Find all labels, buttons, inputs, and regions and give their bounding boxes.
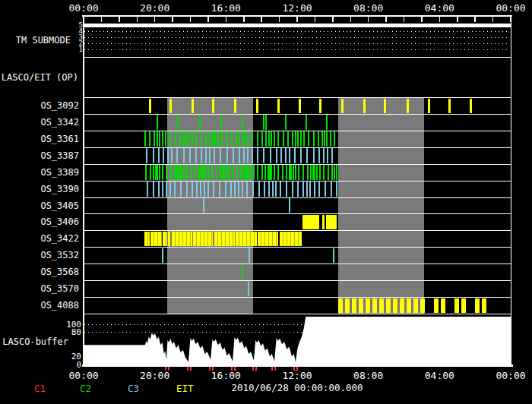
event-block xyxy=(258,232,278,246)
event-tick xyxy=(183,148,185,163)
event-block xyxy=(168,232,171,246)
event-tick xyxy=(261,165,263,179)
event-tick xyxy=(261,131,263,146)
event-tick xyxy=(286,181,287,196)
hour-tick xyxy=(190,15,192,22)
time-label-top: 12:00 xyxy=(274,3,320,13)
event-block xyxy=(150,232,162,246)
event-tick xyxy=(310,165,312,179)
event-stripe xyxy=(386,298,391,313)
event-tick xyxy=(252,148,253,163)
event-tick xyxy=(174,165,176,179)
event-tick xyxy=(240,165,242,179)
time-label-bottom: 00:00 xyxy=(488,371,532,380)
event-tick xyxy=(175,131,176,146)
legend-item-c2: C2 xyxy=(80,384,91,394)
event-tick xyxy=(280,148,282,163)
event-tick xyxy=(293,165,294,179)
hour-tick xyxy=(368,15,369,22)
buffer-ytick-label: 0 xyxy=(76,361,81,369)
event-tick xyxy=(205,148,207,163)
time-label-top: 00:00 xyxy=(61,3,106,13)
event-tick xyxy=(277,165,279,179)
grid-separator xyxy=(84,297,511,298)
event-tick xyxy=(292,181,293,196)
legend-item-c1: C1 xyxy=(34,384,46,394)
event-tick xyxy=(146,148,147,163)
event-tick xyxy=(265,131,267,146)
event-block xyxy=(280,232,302,246)
hour-tick xyxy=(243,15,245,22)
row-label: OS_3406 xyxy=(40,217,79,226)
event-tick xyxy=(334,131,335,146)
event-tick xyxy=(214,131,216,146)
event-tick xyxy=(264,181,265,196)
event-tick xyxy=(300,148,302,163)
event-tick xyxy=(271,165,272,179)
event-tick xyxy=(204,165,206,179)
event-tick xyxy=(263,148,264,163)
event-tick xyxy=(336,181,337,196)
event-tick xyxy=(239,131,240,146)
time-label-top: 08:00 xyxy=(346,3,391,13)
event-tick xyxy=(302,165,304,179)
hour-tick xyxy=(261,15,262,22)
event-tick xyxy=(188,131,189,146)
event-tick xyxy=(242,131,243,146)
event-tick xyxy=(257,165,258,179)
event-tick xyxy=(331,181,332,196)
event-tick xyxy=(274,165,275,179)
event-tick xyxy=(205,131,207,146)
row-label: OS_3405 xyxy=(40,201,79,210)
time-label-bottom: 08:00 xyxy=(346,371,391,380)
event-tick xyxy=(192,131,193,146)
time-label-bottom: 16:00 xyxy=(203,371,249,380)
hour-tick xyxy=(154,15,156,22)
event-tick xyxy=(209,131,211,146)
event-tick xyxy=(179,131,181,146)
event-tick xyxy=(283,131,284,146)
red-mark xyxy=(231,367,233,371)
event-tick xyxy=(448,99,451,113)
plot-border-right xyxy=(511,15,512,365)
event-tick xyxy=(145,165,147,179)
event-tick xyxy=(264,165,266,179)
event-tick xyxy=(217,131,219,146)
event-tick xyxy=(159,165,160,179)
event-tick xyxy=(169,99,172,113)
red-mark xyxy=(274,367,276,371)
event-tick xyxy=(280,181,281,196)
event-tick xyxy=(211,165,213,179)
event-tick xyxy=(326,131,328,146)
event-tick xyxy=(257,131,258,146)
event-tick xyxy=(247,165,249,179)
red-mark xyxy=(165,367,166,371)
event-tick xyxy=(169,181,171,196)
event-tick xyxy=(204,181,205,196)
grid-separator xyxy=(84,147,511,148)
legend: C1C2C3EIT xyxy=(0,382,228,394)
hour-tick xyxy=(279,15,280,22)
event-tick xyxy=(308,131,309,146)
event-tick xyxy=(313,148,315,163)
buffer-area-polygon xyxy=(84,317,511,365)
event-tick xyxy=(242,181,243,196)
event-tick xyxy=(207,165,209,179)
event-tick xyxy=(200,181,201,196)
event-tick xyxy=(303,131,305,146)
hour-tick xyxy=(492,15,494,22)
time-label-top: 00:00 xyxy=(488,3,532,13)
event-tick xyxy=(186,165,188,179)
event-tick xyxy=(295,131,296,146)
event-stripe xyxy=(420,298,425,313)
event-tick xyxy=(306,115,307,129)
event-tick xyxy=(326,115,328,129)
event-tick xyxy=(336,165,337,179)
hour-tick xyxy=(510,15,511,22)
hour-tick xyxy=(421,15,423,22)
event-tick xyxy=(323,165,325,179)
event-tick xyxy=(169,131,171,146)
hour-tick xyxy=(315,15,316,22)
event-tick xyxy=(203,198,204,213)
event-tick xyxy=(185,131,187,146)
